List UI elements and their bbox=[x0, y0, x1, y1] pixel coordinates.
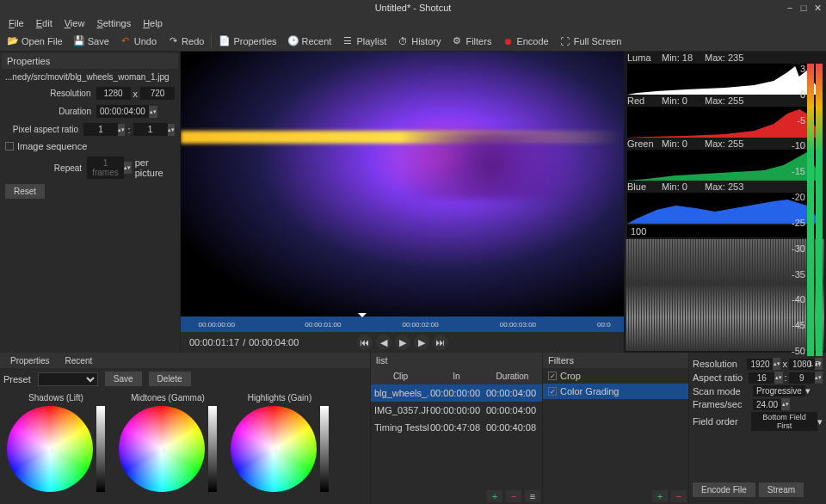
repeat-val[interactable]: 1 frames bbox=[87, 157, 124, 179]
encode-panel: Resolution1920▴▾x1080▴▾ Aspect ratio16▴▾… bbox=[688, 353, 826, 504]
enc-asp-b[interactable]: 9 bbox=[789, 372, 815, 384]
filter-checkbox[interactable]: ✓ bbox=[548, 387, 557, 396]
playlist-menu-icon[interactable]: ≡ bbox=[525, 490, 540, 502]
duration-input[interactable]: 00:00:04:00 bbox=[96, 105, 149, 118]
luma-label: Luma bbox=[627, 52, 662, 63]
playlist-row[interactable]: IMG_0357.JPG00:00:00:0000:00:04:00 bbox=[371, 402, 542, 419]
preview-image[interactable] bbox=[181, 52, 624, 317]
history-button[interactable]: ⏱History bbox=[393, 34, 444, 49]
save-preset-button[interactable]: Save bbox=[105, 372, 142, 386]
encode-button[interactable]: ⏺Encode bbox=[498, 34, 552, 49]
par-a[interactable]: 1 bbox=[83, 123, 118, 136]
properties-panel: Properties ...nedy/src/movit/blg_wheels_… bbox=[0, 52, 181, 353]
next-frame-icon[interactable]: ▶ bbox=[414, 335, 429, 350]
menu-help[interactable]: Help bbox=[138, 16, 168, 30]
save-button[interactable]: 💾Save bbox=[70, 34, 113, 49]
reset-button[interactable]: Reset bbox=[5, 184, 45, 199]
highlights-slider[interactable] bbox=[320, 406, 329, 492]
filter-item[interactable]: ✓Crop bbox=[543, 368, 688, 384]
minimize-icon[interactable]: − bbox=[785, 3, 795, 13]
enc-field-select[interactable]: Bottom Field First bbox=[751, 412, 817, 431]
menu-edit[interactable]: Edit bbox=[31, 16, 58, 30]
delete-preset-button[interactable]: Delete bbox=[149, 372, 191, 386]
blue-label: Blue bbox=[627, 181, 662, 192]
skip-start-icon[interactable]: ⏮ bbox=[357, 335, 373, 350]
green-label: Green bbox=[627, 138, 662, 149]
playlist-row[interactable]: blg_wheels_...00:00:00:0000:00:04:00 bbox=[371, 384, 542, 402]
par-label: Pixel aspect ratio bbox=[5, 125, 78, 134]
prev-frame-icon[interactable]: ◀ bbox=[376, 335, 391, 350]
playhead-icon[interactable] bbox=[358, 313, 367, 322]
menu-file[interactable]: File bbox=[3, 16, 29, 30]
chevron-down-icon[interactable]: ▾ bbox=[805, 385, 811, 396]
close-icon[interactable]: ✕ bbox=[812, 3, 823, 13]
properties-button[interactable]: 📄Properties bbox=[215, 34, 280, 49]
midtones-wheel[interactable] bbox=[119, 406, 205, 492]
playlist-button[interactable]: ☰Playlist bbox=[338, 34, 390, 49]
repeat-label: Repeat bbox=[5, 163, 82, 173]
enc-fps-input[interactable]: 24.00 bbox=[753, 399, 781, 410]
enc-asp-a[interactable]: 16 bbox=[749, 372, 774, 384]
filters-title: Filters bbox=[543, 353, 688, 368]
preset-select[interactable] bbox=[38, 372, 98, 386]
filter-item[interactable]: ✓Color Grading bbox=[543, 384, 688, 399]
res-width[interactable]: 1280 bbox=[96, 87, 131, 100]
maximize-icon[interactable]: □ bbox=[798, 3, 809, 13]
menu-view[interactable]: View bbox=[59, 16, 90, 30]
tab-recent[interactable]: Recent bbox=[59, 354, 100, 367]
col-duration[interactable]: Duration bbox=[484, 370, 540, 383]
stream-button[interactable]: Stream bbox=[759, 482, 804, 497]
duration-spin-icon[interactable]: ▴▾ bbox=[149, 106, 157, 118]
properties-title: Properties bbox=[2, 53, 178, 69]
undo-button[interactable]: ↶Undo bbox=[116, 34, 160, 49]
recent-icon: 🕑 bbox=[287, 35, 299, 47]
history-icon: ⏱ bbox=[397, 35, 409, 47]
window-title: Untitled* - Shotcut bbox=[375, 3, 452, 13]
audio-meters bbox=[807, 64, 824, 356]
play-icon[interactable]: ▶ bbox=[395, 335, 410, 350]
midtones-slider[interactable] bbox=[208, 406, 217, 492]
meter-scale: 30-5-10-15-20-25-30-35-40-45-50 bbox=[792, 64, 805, 356]
filters-button[interactable]: ⚙Filters bbox=[447, 34, 495, 49]
filter-add-icon[interactable]: + bbox=[652, 490, 668, 502]
recent-button[interactable]: 🕑Recent bbox=[284, 34, 336, 49]
encode-file-button[interactable]: Encode File bbox=[693, 482, 755, 497]
highlights-label: Highlights (Gain) bbox=[248, 393, 311, 403]
playlist-icon: ☰ bbox=[342, 35, 354, 47]
enc-res-w[interactable]: 1920 bbox=[747, 359, 773, 370]
par-b[interactable]: 1 bbox=[133, 123, 168, 136]
playlist-add-icon[interactable]: + bbox=[487, 490, 502, 502]
enc-scan-select[interactable]: Progressive bbox=[753, 385, 805, 396]
timecode-total: 00:00:04:00 bbox=[249, 337, 299, 347]
col-in[interactable]: In bbox=[428, 370, 484, 383]
menu-settings[interactable]: Settings bbox=[91, 16, 136, 30]
filter-remove-icon[interactable]: − bbox=[671, 490, 687, 502]
toolbar: 📂Open File 💾Save ↶Undo ↷Redo 📄Properties… bbox=[0, 31, 826, 52]
playlist-remove-icon[interactable]: − bbox=[506, 490, 521, 502]
filter-checkbox[interactable]: ✓ bbox=[548, 372, 557, 380]
shadows-wheel[interactable] bbox=[7, 406, 93, 492]
shadows-slider[interactable] bbox=[96, 406, 105, 492]
skip-end-icon[interactable]: ⏭ bbox=[433, 335, 448, 350]
open-file-button[interactable]: 📂Open File bbox=[3, 34, 66, 49]
fullscreen-button[interactable]: ⛶Full Screen bbox=[556, 34, 626, 49]
meter-right bbox=[816, 64, 823, 356]
highlights-wheel[interactable] bbox=[231, 406, 317, 492]
enc-field-label: Field order bbox=[693, 416, 751, 427]
tab-properties[interactable]: Properties bbox=[3, 354, 57, 367]
shadows-label: Shadows (Lift) bbox=[28, 393, 83, 403]
timeline-ruler[interactable]: 00:00:00:00 00:00:01:00 00:00:02:00 00:0… bbox=[181, 317, 624, 332]
meter-left bbox=[807, 64, 814, 356]
enc-res-label: Resolution bbox=[693, 359, 747, 369]
col-clip[interactable]: Clip bbox=[373, 370, 428, 383]
image-seq-checkbox[interactable] bbox=[5, 142, 14, 151]
redo-button[interactable]: ↷Redo bbox=[163, 34, 207, 49]
playlist-row[interactable]: Timing Testsl...00:00:47:0800:00:40:08 bbox=[371, 419, 542, 436]
res-height[interactable]: 720 bbox=[140, 87, 175, 100]
enc-fps-label: Frames/sec bbox=[693, 399, 753, 409]
properties-icon: 📄 bbox=[219, 35, 231, 47]
midtones-label: Midtones (Gamma) bbox=[131, 393, 205, 403]
file-path: ...nedy/src/movit/blg_wheels_woman_1.jpg bbox=[5, 72, 170, 82]
save-icon: 💾 bbox=[73, 35, 85, 47]
chevron-down-icon[interactable]: ▾ bbox=[817, 416, 823, 427]
